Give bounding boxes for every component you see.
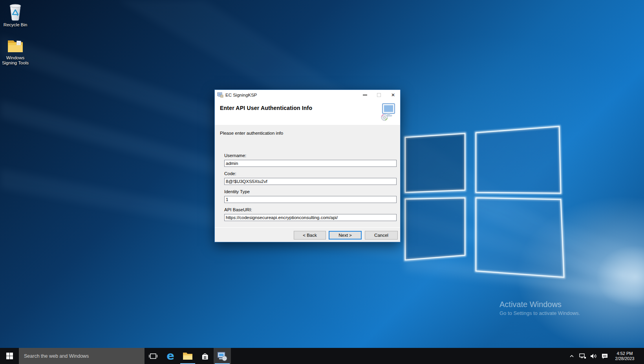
identity-type-label: Identity Type [224, 189, 250, 194]
dialog-titlebar[interactable]: EC SigningKSP ✕ [215, 90, 400, 100]
taskbar: e [0, 348, 644, 364]
dialog-header: Enter API User Authentication Info [215, 100, 400, 124]
recycle-bin-icon [7, 3, 24, 21]
minimize-icon [363, 95, 367, 95]
clock-time: 4:52 PM [613, 351, 636, 356]
close-button[interactable]: ✕ [386, 90, 400, 100]
desktop-icon-label: Windows Signing Tools [0, 55, 31, 66]
window-controls: ✕ [358, 90, 400, 100]
minimize-button[interactable] [358, 90, 372, 100]
folder-icon [6, 38, 24, 54]
store-button[interactable] [196, 348, 214, 364]
username-input[interactable] [224, 160, 397, 167]
network-tray-button[interactable] [578, 348, 588, 364]
code-input[interactable] [224, 178, 397, 185]
installer-dialog: EC SigningKSP ✕ Enter API User Authentic… [214, 90, 401, 242]
installer-taskbar-icon [217, 351, 227, 361]
back-button[interactable]: < Back [294, 231, 326, 240]
maximize-button[interactable] [372, 90, 386, 100]
action-center-icon [601, 353, 608, 359]
tray-overflow-button[interactable] [567, 348, 577, 364]
volume-tray-button[interactable] [589, 348, 599, 364]
dialog-heading: Enter API User Authentication Info [220, 105, 312, 111]
start-button[interactable] [0, 348, 19, 364]
edge-browser-button[interactable]: e [162, 348, 179, 364]
taskbar-search-input[interactable] [19, 348, 145, 364]
file-explorer-button[interactable] [179, 348, 196, 364]
username-label: Username: [224, 153, 246, 158]
desktop-icon-label: Recycle Bin [0, 22, 31, 27]
identity-type-input[interactable] [224, 196, 397, 203]
edge-icon: e [166, 350, 174, 362]
desktop-icon-recycle-bin[interactable]: Recycle Bin [0, 3, 31, 27]
installer-taskbar-button[interactable] [214, 348, 231, 364]
system-tray: 4:52 PM 2/28/2023 [567, 348, 644, 364]
task-view-button[interactable] [145, 348, 162, 364]
speaker-icon [590, 353, 597, 359]
clock-date: 2/28/2023 [613, 356, 636, 361]
maximize-icon [377, 93, 381, 97]
network-ethernet-icon [579, 353, 586, 359]
desktop-screen: Recycle Bin Windows Signing Tools Activa… [0, 0, 644, 364]
desktop-icon-windows-signing-tools[interactable]: Windows Signing Tools [0, 38, 31, 66]
windows-logo-icon [6, 353, 13, 359]
computer-disc-icon [380, 103, 396, 121]
api-baseuri-input[interactable] [224, 214, 397, 221]
footer-separator [215, 227, 400, 228]
file-explorer-icon [183, 352, 193, 360]
cancel-button[interactable]: Cancel [365, 231, 398, 240]
header-separator [215, 124, 400, 125]
code-label: Code: [224, 171, 236, 176]
dialog-instruction: Please enter authentication info [220, 131, 283, 135]
next-button[interactable]: Next > [329, 231, 362, 240]
installer-app-icon [217, 92, 223, 98]
dialog-title: EC SigningKSP [225, 93, 257, 97]
close-icon: ✕ [391, 92, 395, 98]
api-baseuri-label: API BaseURI: [224, 207, 252, 212]
taskbar-clock[interactable]: 4:52 PM 2/28/2023 [613, 351, 636, 361]
action-center-button[interactable] [600, 348, 610, 364]
chevron-up-icon [569, 353, 574, 359]
task-view-icon [148, 351, 158, 361]
store-icon [200, 351, 210, 361]
